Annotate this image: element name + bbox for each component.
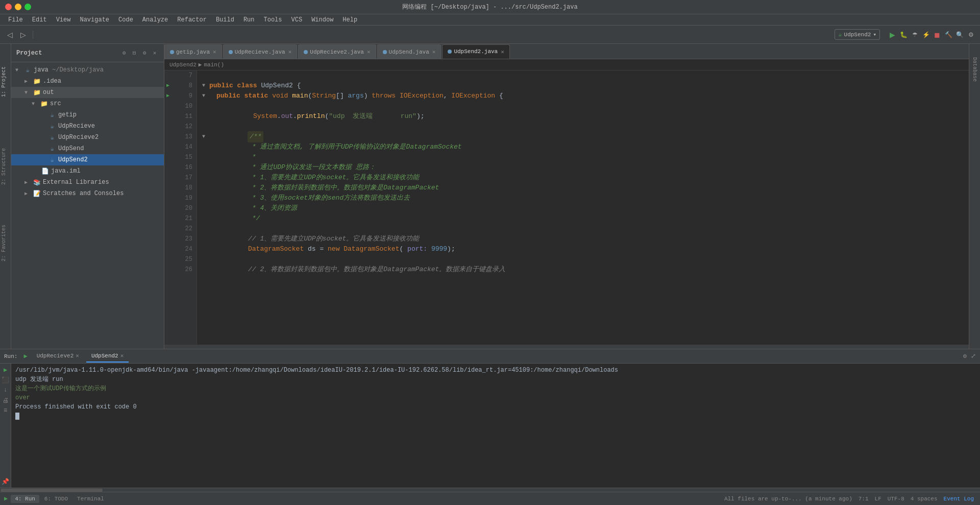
tree-item-scratches[interactable]: ▶ 📝 Scratches and Consoles — [11, 188, 164, 199]
tab-getip[interactable]: getip.java ✕ — [164, 44, 222, 59]
print-icon[interactable]: 🖨 — [2, 396, 10, 404]
bottom-tab-udprecieve2[interactable]: UdpRecieve2 ✕ — [32, 350, 84, 363]
pin-icon[interactable]: 📌 — [2, 477, 10, 486]
menu-help[interactable]: Help — [338, 15, 361, 25]
tab-close-udpsend2[interactable]: ✕ — [501, 49, 504, 55]
code-line-23: // 1、需要先建立UDP的socket。它具备发送和接收功能 — [202, 234, 964, 244]
stop-button[interactable]: ◼ — [932, 30, 942, 40]
breadcrumb-class[interactable]: UdpSend2 — [169, 62, 197, 68]
tree-item-java-root[interactable]: ▼ ☕ java ~/Desktop/java — [11, 64, 164, 76]
run-tab-bottom[interactable]: 4: Run — [11, 495, 39, 503]
tab-close-udprecieve2[interactable]: ✕ — [367, 49, 371, 55]
menu-code[interactable]: Code — [114, 15, 137, 25]
fold-icon[interactable]: ≡ — [2, 406, 10, 415]
tree-label-out: out — [43, 89, 54, 96]
debug-button[interactable]: 🐛 — [898, 30, 909, 40]
tree-item-extlibs[interactable]: ▶ 📚 External Libraries — [11, 177, 164, 188]
minimize-button[interactable] — [15, 4, 21, 10]
tree-item-javaiml[interactable]: 📄 java.iml — [11, 165, 164, 177]
sidebar-gear-icon[interactable]: ⚙ — [140, 49, 149, 57]
tree-item-udpsend2[interactable]: ☕ UdpSend2 — [11, 154, 164, 165]
menu-build[interactable]: Build — [212, 15, 238, 25]
build-button[interactable]: 🔨 — [943, 30, 953, 40]
tree-arrow-scratches: ▶ — [24, 190, 33, 197]
scroll-to-end-icon[interactable]: ↓ — [2, 386, 10, 394]
javadoc-open-13: /** — [248, 131, 263, 142]
tab-label-udpsend2: UdpSend2.java — [454, 49, 498, 55]
bottom-status-tabs: ▶ 4: Run 6: TODO Terminal — [0, 492, 718, 505]
structure-tab-button[interactable]: 2: Structure — [0, 146, 11, 187]
run-button[interactable]: ▶ — [887, 30, 897, 40]
tab-udpsend2[interactable]: UdpSend2.java ✕ — [442, 44, 509, 59]
tree-arrow-src: ▼ — [32, 101, 40, 107]
tree-label-src: src — [50, 100, 61, 107]
bottom-panel-expand-icon[interactable]: ⤢ — [971, 352, 976, 360]
menu-vcs[interactable]: VCS — [287, 15, 307, 25]
ln-10: 10 — [176, 101, 192, 111]
search-everywhere-button[interactable]: 🔍 — [954, 30, 965, 40]
brace-9: { — [495, 91, 503, 101]
tab-close-udprecieve[interactable]: ✕ — [288, 49, 292, 55]
kw-throws-9: throws — [372, 91, 400, 101]
tree-item-udpsend[interactable]: ☕ UdpSend — [11, 143, 164, 154]
database-tab-button[interactable]: Database — [971, 54, 978, 85]
bottom-panel-gear-icon[interactable]: ⚙ — [963, 352, 967, 360]
editor-scrollbar-h[interactable] — [164, 345, 969, 349]
terminal-tab-bottom[interactable]: Terminal — [73, 495, 108, 503]
favorites-tab-button[interactable]: 2: Favorites — [0, 223, 11, 263]
paren2-11: ( — [325, 111, 329, 122]
tab-udpsend[interactable]: UdpSend.java ✕ — [377, 44, 442, 59]
profile-button[interactable]: ⚡ — [921, 30, 931, 40]
maximize-button[interactable] — [24, 4, 31, 10]
menu-navigate[interactable]: Navigate — [76, 15, 113, 25]
tab-udprecieve2[interactable]: UdpRecieve2.java ✕ — [298, 44, 376, 59]
code-line-26: // 2、将数据封装到数据包中。数据包对象是DatagramPacket。数据来… — [202, 264, 964, 275]
menu-tools[interactable]: Tools — [260, 15, 286, 25]
coverage-button[interactable]: ☂ — [910, 30, 920, 40]
back-button[interactable]: ◁ — [4, 29, 15, 40]
tree-item-src[interactable]: ▼ 📁 src — [11, 98, 164, 109]
todo-tab-bottom[interactable]: 6: TODO — [40, 495, 72, 503]
menu-edit[interactable]: Edit — [28, 15, 51, 25]
tree-item-out[interactable]: ▼ 📁 out — [11, 87, 164, 98]
menu-refactor[interactable]: Refactor — [173, 15, 211, 25]
bottom-tab-udpsend2[interactable]: UdpSend2 ✕ — [86, 350, 129, 363]
menu-run[interactable]: Run — [239, 15, 259, 25]
tree-item-getip[interactable]: ☕ getip — [11, 109, 164, 121]
tab-close-getip[interactable]: ✕ — [213, 49, 216, 55]
code-editor[interactable]: ▶ ▶ 7 — [164, 70, 969, 345]
event-log-link[interactable]: Event Log — [944, 496, 974, 502]
menu-analyze[interactable]: Analyze — [138, 15, 172, 25]
menu-file[interactable]: File — [4, 15, 27, 25]
console-output[interactable]: /usr/lib/jvm/java-1.11.0-openjdk-amd64/b… — [11, 364, 980, 488]
tab-udprecieve[interactable]: UdpRecieve.java ✕ — [223, 44, 298, 59]
close-button[interactable] — [5, 4, 12, 10]
fold-8[interactable]: ▼ — [202, 81, 209, 91]
fold-9[interactable]: ▼ — [202, 91, 209, 101]
bottom-main: ▶ ⬛ ↓ 🖨 ≡ 📌 /usr/lib/jvm/java-1.11.0-ope… — [0, 364, 980, 488]
stop-icon[interactable]: ⬛ — [2, 376, 10, 384]
run-config-selector[interactable]: ☕ UdpSend2 ▾ — [835, 29, 880, 40]
breadcrumb-method[interactable]: main() — [204, 62, 224, 68]
gutter-15 — [164, 152, 172, 162]
forward-button[interactable]: ▷ — [17, 29, 29, 40]
bottom-tab-close-udpsend2[interactable]: ✕ — [120, 352, 124, 359]
tab-close-udpsend[interactable]: ✕ — [432, 49, 436, 55]
sidebar-layout-icon[interactable]: ⊟ — [130, 49, 138, 57]
tree-item-udprecieve2[interactable]: ☕ UdpRecieve2 — [11, 132, 164, 143]
project-tab-button[interactable]: 1: Project — [0, 64, 11, 99]
tree-item-udprecieve[interactable]: ☕ UdpRecieve — [11, 121, 164, 132]
fold-13[interactable]: ▼ — [202, 132, 209, 142]
settings-button[interactable]: ⚙ — [966, 30, 976, 40]
tree-item-idea[interactable]: ▶ 📁 .idea — [11, 76, 164, 87]
bottom-tab-close-udprecieve2[interactable]: ✕ — [76, 352, 79, 359]
tree-arrow-out: ▼ — [24, 90, 33, 95]
gutter-8: ▶ — [164, 81, 172, 91]
menu-window[interactable]: Window — [307, 15, 337, 25]
menu-view[interactable]: View — [52, 15, 75, 25]
sidebar-settings-icon[interactable]: ⚙ — [120, 49, 128, 57]
sidebar-close-icon[interactable]: ✕ — [151, 49, 159, 57]
console-scrollbar[interactable] — [0, 488, 980, 492]
udprecieve2-java-icon: ☕ — [48, 133, 56, 141]
rerun-icon[interactable]: ▶ — [2, 366, 10, 374]
